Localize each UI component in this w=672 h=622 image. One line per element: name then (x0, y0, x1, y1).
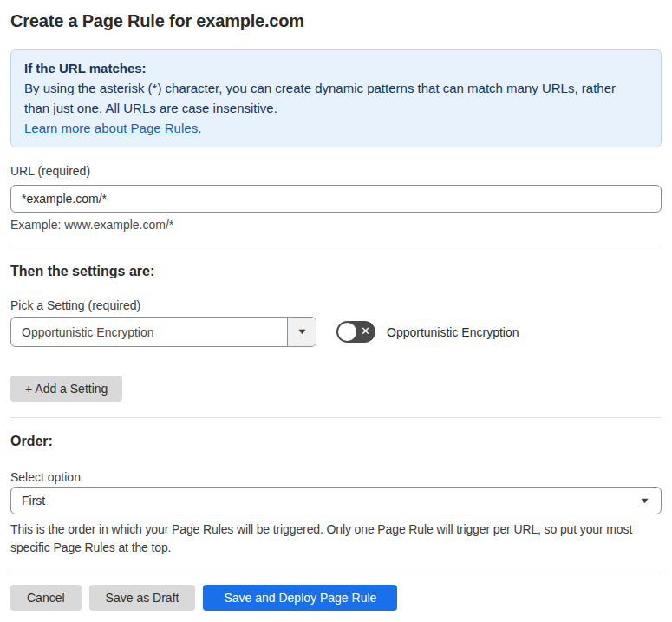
setting-select-caret-button[interactable]: ▼ (287, 318, 316, 346)
url-field-label: URL (required) (10, 164, 662, 178)
page-title: Create a Page Rule for example.com (10, 11, 662, 31)
toggle-off-x-icon: ✕ (361, 321, 370, 343)
info-box-heading: If the URL matches: (24, 58, 648, 78)
save-as-draft-button[interactable]: Save as Draft (89, 585, 196, 611)
order-select[interactable]: First ▼ (10, 487, 662, 514)
save-and-deploy-button[interactable]: Save and Deploy Page Rule (203, 585, 397, 611)
setting-select[interactable]: Opportunistic Encryption ▼ (10, 317, 316, 347)
setting-row: Opportunistic Encryption ▼ ✕ Opportunist… (10, 317, 662, 347)
create-page-rule-panel: Create a Page Rule for example.com If th… (0, 0, 672, 611)
url-input[interactable] (10, 185, 662, 213)
add-setting-button[interactable]: + Add a Setting (10, 376, 122, 402)
cancel-button[interactable]: Cancel (10, 585, 82, 611)
opportunistic-encryption-toggle[interactable]: ✕ (336, 321, 375, 343)
link-suffix: . (198, 121, 201, 135)
footer-actions: Cancel Save as Draft Save and Deploy Pag… (10, 585, 662, 611)
order-select-value: First (22, 494, 45, 507)
url-matches-info-box: If the URL matches: By using the asteris… (10, 49, 662, 147)
order-select-label: Select option (10, 470, 662, 484)
toggle-label: Opportunistic Encryption (387, 325, 519, 339)
toggle-knob (338, 323, 356, 341)
order-helper-text: This is the order in which your Page Rul… (10, 521, 662, 557)
url-field-helper: Example: www.example.com/* (10, 218, 662, 232)
info-box-body: By using the asterisk (*) character, you… (24, 78, 631, 118)
learn-more-link[interactable]: Learn more about Page Rules (24, 121, 198, 135)
setting-select-value: Opportunistic Encryption (11, 318, 287, 346)
divider (10, 246, 662, 246)
divider (10, 573, 662, 573)
chevron-down-icon: ▼ (639, 497, 650, 505)
order-section-heading: Order: (10, 434, 662, 449)
pick-setting-label: Pick a Setting (required) (10, 298, 662, 312)
info-box-link-line: Learn more about Page Rules. (24, 118, 648, 138)
settings-section-heading: Then the settings are: (10, 264, 662, 279)
divider (10, 417, 662, 418)
chevron-down-icon: ▼ (296, 328, 307, 336)
